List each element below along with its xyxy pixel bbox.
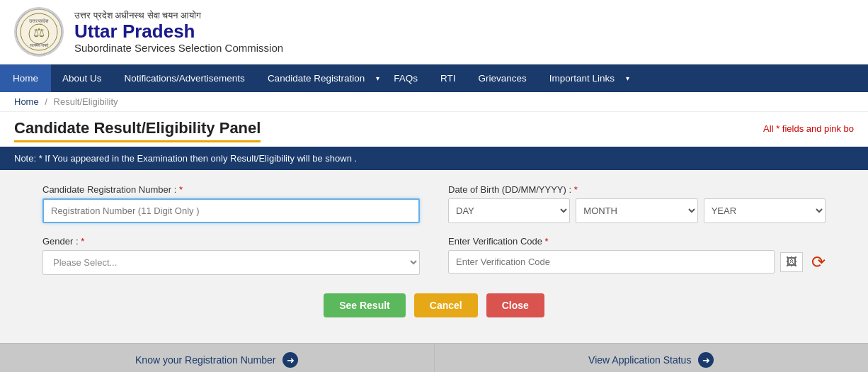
view-status-arrow: ➜: [698, 352, 714, 368]
note-bar: Note: * If You appeared in the Examinati…: [0, 147, 868, 170]
form-group-dob: Date of Birth (DD/MM/YYYY) : * DAY MONTH…: [448, 184, 826, 223]
page-title-area: Candidate Result/Eligibility Panel All *…: [0, 112, 868, 147]
svg-text:⚖: ⚖: [33, 26, 45, 40]
refresh-captcha-icon[interactable]: ⟳: [811, 252, 826, 272]
button-row: See Result Cancel Close: [42, 289, 826, 329]
dob-selects: DAY MONTH YEAR: [448, 198, 826, 223]
reg-number-input[interactable]: [42, 198, 420, 223]
know-reg-link[interactable]: Know your Registration Number ➜: [0, 344, 435, 372]
nav-about[interactable]: About Us: [51, 64, 113, 92]
form-group-reg: Candidate Registration Number : *: [42, 184, 420, 223]
reg-required: *: [179, 184, 183, 195]
dob-day-select[interactable]: DAY: [448, 198, 570, 223]
org-name: Uttar Pradesh: [74, 21, 283, 43]
header-text: उत्तर प्रदेश अधीनस्थ सेवा चयन आयोग Uttar…: [74, 10, 283, 55]
nav-notifications[interactable]: Notifications/Advertisements: [113, 64, 256, 92]
bottom-links: Know your Registration Number ➜ View App…: [0, 343, 868, 372]
verify-input[interactable]: [448, 250, 775, 274]
gender-label: Gender : *: [42, 236, 420, 247]
see-result-button[interactable]: See Result: [324, 293, 406, 317]
nav-important-links-chevron: ▾: [626, 64, 632, 92]
breadcrumb-current: Result/Eligibility: [54, 96, 118, 107]
nav-important-links[interactable]: Important Links: [538, 64, 626, 92]
close-button[interactable]: Close: [486, 293, 544, 317]
form-group-gender: Gender : * Please Select... Male Female …: [42, 236, 420, 275]
nav-faqs[interactable]: FAQs: [382, 64, 429, 92]
gender-required: *: [81, 236, 84, 247]
breadcrumb-separator: /: [45, 96, 47, 107]
nav-candidate-reg-chevron: ▾: [376, 64, 382, 92]
know-reg-arrow: ➜: [282, 352, 298, 368]
nav-grievances[interactable]: Grievances: [467, 64, 538, 92]
reg-number-label: Candidate Registration Number : *: [42, 184, 420, 195]
form-container: Candidate Registration Number : * Date o…: [0, 170, 868, 343]
view-status-text[interactable]: View Application Status: [588, 354, 691, 366]
nav-home[interactable]: Home: [0, 64, 51, 92]
form-row-2: Gender : * Please Select... Male Female …: [42, 236, 826, 275]
nav-candidate-reg[interactable]: Candidate Registration: [256, 64, 376, 92]
page-title: Candidate Result/Eligibility Panel: [14, 119, 261, 142]
hindi-title: उत्तर प्रदेश अधीनस्थ सेवा चयन आयोग: [74, 10, 283, 21]
verify-input-row: 🖼 ⟳: [448, 250, 826, 274]
navbar: Home About Us Notifications/Advertisemen…: [0, 64, 868, 92]
dob-month-select[interactable]: MONTH: [576, 198, 697, 223]
form-row-1: Candidate Registration Number : * Date o…: [42, 184, 826, 223]
sub-name: Subordinate Services Selection Commissio…: [74, 42, 283, 54]
view-status-link[interactable]: View Application Status ➜: [435, 344, 869, 372]
logo: उत्तर प्रदेश ⚖ सत्यमेव जयते: [14, 7, 64, 57]
dob-year-select[interactable]: YEAR: [704, 198, 826, 223]
svg-text:उत्तर प्रदेश: उत्तर प्रदेश: [28, 18, 50, 24]
nav-rti[interactable]: RTI: [429, 64, 467, 92]
gender-select[interactable]: Please Select... Male Female Other: [42, 250, 420, 275]
verify-label: Enter Verification Code *: [448, 236, 826, 247]
captcha-image-icon[interactable]: 🖼: [780, 252, 803, 272]
svg-text:सत्यमेव जयते: सत्यमेव जयते: [29, 43, 50, 47]
form-group-verify: Enter Verification Code * 🖼 ⟳: [448, 236, 826, 275]
breadcrumb-home[interactable]: Home: [14, 96, 39, 107]
dob-label: Date of Birth (DD/MM/YYYY) : *: [448, 184, 826, 195]
cancel-button[interactable]: Cancel: [414, 293, 478, 317]
required-note: All * fields and pink bo: [763, 119, 854, 134]
verify-required: *: [545, 236, 549, 247]
dob-required: *: [574, 184, 578, 195]
breadcrumb: Home / Result/Eligibility: [0, 92, 868, 112]
know-reg-text[interactable]: Know your Registration Number: [135, 354, 275, 366]
header: उत्तर प्रदेश ⚖ सत्यमेव जयते उत्तर प्रदेश…: [0, 0, 868, 64]
